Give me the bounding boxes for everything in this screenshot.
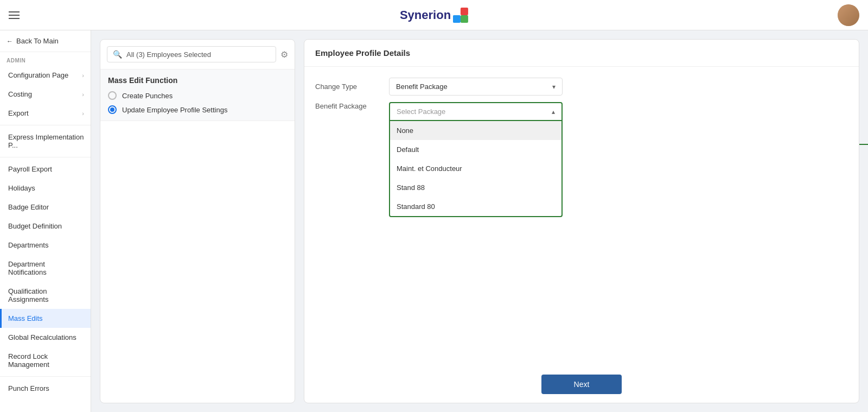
mass-edit-title: Mass Edit Function: [108, 76, 287, 85]
search-input-wrapper[interactable]: 🔍 All (3) Employees Selected: [107, 46, 276, 62]
chevron-right-icon: ›: [82, 110, 84, 117]
next-button[interactable]: Next: [541, 375, 622, 394]
sidebar-item-express-implementation[interactable]: Express Implementation P...: [0, 128, 91, 155]
filter-icon[interactable]: ⚙: [280, 49, 288, 60]
logo: Synerion: [400, 8, 468, 23]
dropdown-option-standard-80[interactable]: Standard 80: [390, 197, 561, 216]
user-avatar[interactable]: [838, 4, 859, 26]
sidebar-item-departments[interactable]: Departments: [0, 236, 91, 255]
sidebar-item-configuration-page[interactable]: Configuration Page ›: [0, 66, 91, 85]
svg-rect-2: [461, 15, 468, 23]
logo-icon: [453, 8, 468, 23]
right-panel-body: Change Type Benefit Package ▾ Benefit Pa…: [304, 67, 859, 366]
benefit-package-label: Benefit Package: [315, 102, 380, 110]
sidebar-item-record-lock-management[interactable]: Record Lock Management: [0, 347, 91, 374]
app-name: Synerion: [400, 8, 451, 22]
radio-group: Create Punches Update Employee Profile S…: [108, 91, 287, 114]
radio-create-punches[interactable]: Create Punches: [108, 91, 287, 100]
sidebar-item-export[interactable]: Export ›: [0, 104, 91, 123]
sidebar-item-department-notifications[interactable]: Department Notifications: [0, 255, 91, 282]
sidebar-item-holidays[interactable]: Holidays: [0, 179, 91, 198]
benefit-package-trigger[interactable]: Select Package ▴: [389, 102, 563, 121]
annotation-arrow-icon: [859, 144, 868, 145]
chevron-down-icon: ▾: [552, 83, 556, 91]
dropdown-option-default[interactable]: Default: [390, 140, 561, 159]
chevron-right-icon: ›: [82, 72, 84, 79]
search-icon: 🔍: [113, 50, 122, 59]
content-area: 🔍 All (3) Employees Selected ⚙ Mass Edit…: [91, 30, 868, 412]
chevron-up-icon: ▴: [552, 108, 555, 116]
svg-rect-1: [453, 15, 461, 23]
employee-profile-details-title: Employee Profile Details: [315, 48, 848, 58]
radio-circle-update-profile: [108, 105, 117, 114]
sidebar-section-admin: ADMIN: [0, 52, 91, 66]
benefit-package-dropdown-list: None Default Maint. et Conducteur Stand …: [389, 121, 563, 217]
top-nav: Synerion: [0, 0, 868, 30]
dropdown-option-none[interactable]: None: [390, 121, 561, 140]
radio-circle-create-punches: [108, 91, 117, 100]
sidebar: ← Back To Main ADMIN Configuration Page …: [0, 30, 91, 412]
right-panel: Employee Profile Details Change Type Ben…: [304, 39, 859, 403]
hamburger-menu[interactable]: [9, 11, 20, 19]
benefit-package-dropdown[interactable]: Select Package ▴ None Default Maint. et …: [389, 102, 563, 121]
sidebar-item-badge-editor[interactable]: Badge Editor: [0, 198, 91, 217]
sidebar-item-punch-errors[interactable]: Punch Errors: [0, 379, 91, 398]
sidebar-item-budget-definition[interactable]: Budget Definition: [0, 217, 91, 236]
back-to-main[interactable]: ← Back To Main: [0, 30, 91, 52]
mass-edit-function-section: Mass Edit Function Create Punches Update…: [100, 69, 295, 121]
search-value: All (3) Employees Selected: [126, 50, 211, 59]
radio-update-employee-profile[interactable]: Update Employee Profile Settings: [108, 105, 287, 114]
annotation: Click on Benefit Package drop down to se…: [859, 134, 868, 155]
main-layout: ← Back To Main ADMIN Configuration Page …: [0, 30, 868, 412]
chevron-right-icon: ›: [82, 91, 84, 98]
sidebar-item-global-recalculations[interactable]: Global Recalculations: [0, 328, 91, 347]
back-arrow-icon: ←: [7, 37, 13, 45]
employee-search-bar[interactable]: 🔍 All (3) Employees Selected ⚙: [100, 40, 295, 69]
svg-rect-0: [461, 8, 468, 15]
sidebar-item-qualification-assignments[interactable]: Qualification Assignments: [0, 282, 91, 309]
left-panel: 🔍 All (3) Employees Selected ⚙ Mass Edit…: [100, 39, 295, 403]
benefit-package-row: Benefit Package Select Package ▴ None De…: [315, 102, 848, 121]
sidebar-item-mass-edits[interactable]: Mass Edits: [0, 309, 91, 328]
right-panel-footer: Next: [304, 366, 859, 403]
dropdown-option-stand-88[interactable]: Stand 88: [390, 178, 561, 197]
right-panel-header: Employee Profile Details: [304, 40, 859, 67]
sidebar-item-payroll-export[interactable]: Payroll Export: [0, 160, 91, 179]
change-type-select[interactable]: Benefit Package ▾: [389, 78, 563, 96]
dropdown-option-maint-et-conducteur[interactable]: Maint. et Conducteur: [390, 159, 561, 178]
sidebar-item-costing[interactable]: Costing ›: [0, 85, 91, 104]
change-type-row: Change Type Benefit Package ▾: [315, 78, 848, 96]
change-type-label: Change Type: [315, 83, 380, 91]
